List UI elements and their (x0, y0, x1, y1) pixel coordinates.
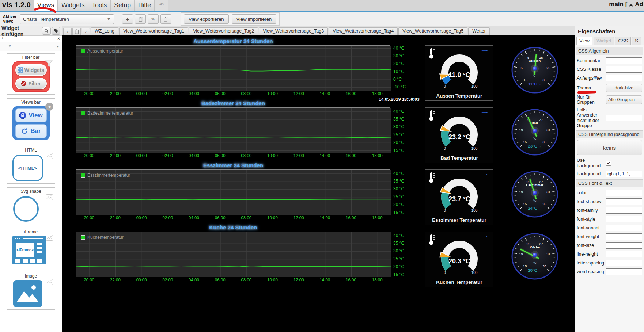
dial-number: -15 (522, 78, 527, 82)
dial-gauge-bad[interactable]: 151923273135Bad°C23°C→ (511, 108, 559, 156)
tag-icon (54, 28, 58, 33)
view-tab-wetter[interactable]: Wetter (468, 27, 490, 35)
props-checkbox-use-background[interactable]: ✔ (606, 161, 611, 166)
props-button-thema[interactable]: dark-hive (606, 84, 642, 92)
dial-gauge-aussen[interactable]: -15-55152535Aussen°C11°C→ (511, 46, 559, 94)
chart-row-aussentemperatur-24-stunden[interactable]: Aussentemperatur 24 StundenAussentempera… (62, 38, 575, 100)
chart-row-badezimmer-24-stunden[interactable]: Badezimmer 24 StundenBadezimmertemperatu… (62, 100, 575, 162)
y-tick: 40 °C (393, 109, 404, 114)
menu-item-widgets[interactable]: Widgets (58, 0, 88, 11)
rename-view-button[interactable]: ✎ (148, 14, 159, 24)
gauge-panel-aussen-temperatur[interactable]: →11.0 °C0100Aussen Temperatur (425, 45, 493, 101)
funnel-icon (45, 60, 53, 67)
widget-search-button[interactable] (42, 27, 51, 35)
props-tab-css[interactable]: CSS (615, 37, 631, 45)
widget-card-image[interactable]: Image (7, 272, 55, 310)
view-tab-view-wettervorhersage-tag5[interactable]: View_Wettervorhersage_Tag5 (398, 27, 467, 35)
y-tick: 20 °C (393, 202, 404, 207)
props-input-font-size[interactable] (606, 242, 642, 249)
gauge-panel-bad-temperatur[interactable]: →23.2 °C0100Bad Temperatur (425, 107, 493, 163)
props-input-css-klasse[interactable] (606, 66, 642, 73)
widget-card-html[interactable]: HTML <HTML> (7, 146, 55, 184)
widget-card-views-bar[interactable]: Views bar ➜ View (7, 98, 55, 142)
view-tab-view-wettervorhersage-tag2[interactable]: View_Wettervorhersage_Tag2 (189, 27, 258, 35)
props-tab-view[interactable]: View (576, 37, 592, 45)
view-export-button[interactable]: View exportieren (184, 14, 229, 24)
pill-label: Widgets (24, 67, 44, 73)
widget-card-filter-bar[interactable]: Filter bar Widgets (7, 53, 55, 95)
props-row-use-background: Use background✔ (576, 157, 643, 169)
add-view-button[interactable]: + (122, 14, 133, 24)
props-input-word-spacing[interactable] (606, 268, 642, 275)
props-row-falls-anwender-nicht-in-der-gruppe: Falls Anwender nicht in der Gruppe (576, 106, 643, 130)
chart-row-esszimmer-24-stunden[interactable]: Esszimmer 24 StundenEsszimmertemperatur2… (62, 162, 575, 224)
props-row-font-family: font-family (576, 206, 643, 215)
dial-gauge-k-che[interactable]: 151923273135Küche°C20°C→ (511, 232, 559, 281)
widget-sidebar: Widget einfügen × * ▾ (0, 26, 62, 332)
chevron-down-icon: ▼ (107, 17, 111, 21)
menu-item-hilfe[interactable]: Hilfe (135, 0, 155, 11)
props-input-background[interactable] (606, 171, 642, 177)
paste-widget-button[interactable] (72, 28, 81, 35)
chart-panel: Esszimmertemperatur (76, 169, 390, 215)
widget-card-title: Image (7, 274, 55, 279)
widget-card-svg-shape[interactable]: Svg shape (7, 187, 55, 224)
props-button-nur-f-r-gruppen[interactable]: Alle Gruppen (606, 95, 642, 104)
dial-hub (533, 191, 537, 195)
delete-view-button[interactable] (135, 14, 146, 24)
view-tab-view-wettervorhersage-tag4[interactable]: View_Wettervorhersage_Tag4 (329, 27, 398, 35)
menu-item-setup[interactable]: Setup (110, 0, 135, 11)
widget-set-select[interactable]: * ▾ (0, 42, 62, 51)
widget-search-input[interactable] (2, 37, 57, 41)
widget-card-iframe[interactable]: iFrame (7, 228, 55, 268)
undo-button[interactable]: ↶ (155, 0, 168, 11)
view-tab-view-wettervorhersage-tag1[interactable]: View_Wettervorhersage_Tag1 (119, 27, 188, 35)
props-section-css-hintergrund-background: CSS Hintergrund (background (576, 130, 643, 138)
props-input-line-height[interactable] (606, 251, 642, 257)
gauge-min: 0 (444, 84, 446, 88)
arrow-badge-icon: ➜ (45, 103, 53, 111)
x-tick: 14:00 (319, 153, 330, 158)
props-input-font-variant[interactable] (606, 225, 642, 231)
menu-item-views[interactable]: Views (34, 0, 58, 11)
x-tick: 12:00 (293, 278, 304, 282)
props-tab-s[interactable]: S (632, 37, 641, 45)
view-canvas[interactable]: Aussentemperatur 24 StundenAussentempera… (62, 35, 575, 332)
props-input-anfangsfilter[interactable] (606, 75, 642, 81)
gauge-panel-esszimmer-temperatur[interactable]: →23.7 °C0100Esszimmer Temperatur (425, 169, 493, 225)
props-input-color[interactable] (606, 190, 642, 196)
menu-item-tools[interactable]: Tools (88, 0, 110, 11)
props-input-text-shadow[interactable] (606, 198, 642, 205)
active-view-select[interactable]: Charts_Temperaturen ▼ (20, 14, 114, 24)
widget-filter-button[interactable] (52, 27, 60, 35)
copy-view-button[interactable] (160, 14, 171, 24)
props-input-font-family[interactable] (606, 207, 642, 214)
x-tick: 18:00 (372, 215, 383, 220)
tabs-scroll-right-button[interactable]: › (82, 28, 90, 35)
props-input-falls-anwender-nicht-in-der-gruppe[interactable] (606, 115, 642, 121)
props-input-letter-spacing[interactable] (606, 260, 642, 266)
clear-search-icon[interactable]: × (57, 36, 60, 41)
legend-swatch (81, 173, 85, 178)
props-button-keins[interactable]: keins (577, 140, 642, 155)
props-label: CSS Klasse (577, 67, 606, 72)
person-icon (629, 2, 633, 7)
props-row-font-style: font-style (576, 215, 643, 224)
props-input-kommentar[interactable] (606, 57, 642, 64)
gauge-panel-k-chen-temperatur[interactable]: →20.3 °C0100Küchen Temperatur (425, 232, 493, 287)
chart-row-k-che-24-stunden[interactable]: Küche 24 StundenKüchentemperatur20:0022:… (62, 224, 575, 286)
props-tab-widget[interactable]: Widget (594, 37, 614, 45)
dial-gauge-esszimmer[interactable]: 151923273135Esszimmer°C24°C→ (511, 170, 559, 218)
gauge-max: 100 (471, 209, 478, 213)
view-tab-view-wettervorhersage-tag3[interactable]: View_Wettervorhersage_Tag3 (259, 27, 328, 35)
props-label: background (577, 171, 606, 176)
view-import-button[interactable]: View importieren (232, 14, 277, 24)
props-input-font-weight[interactable] (606, 233, 642, 240)
gauge-label: Küchen Temperatur (425, 279, 493, 285)
view-tab-wz-long[interactable]: WZ_Long (91, 27, 118, 35)
tabs-scroll-left-button[interactable]: ‹ (63, 28, 72, 35)
y-tick: 30 °C (393, 124, 404, 129)
dial-unit: °C (533, 199, 537, 202)
dial-hub (533, 253, 537, 257)
props-input-font-style[interactable] (606, 216, 642, 222)
